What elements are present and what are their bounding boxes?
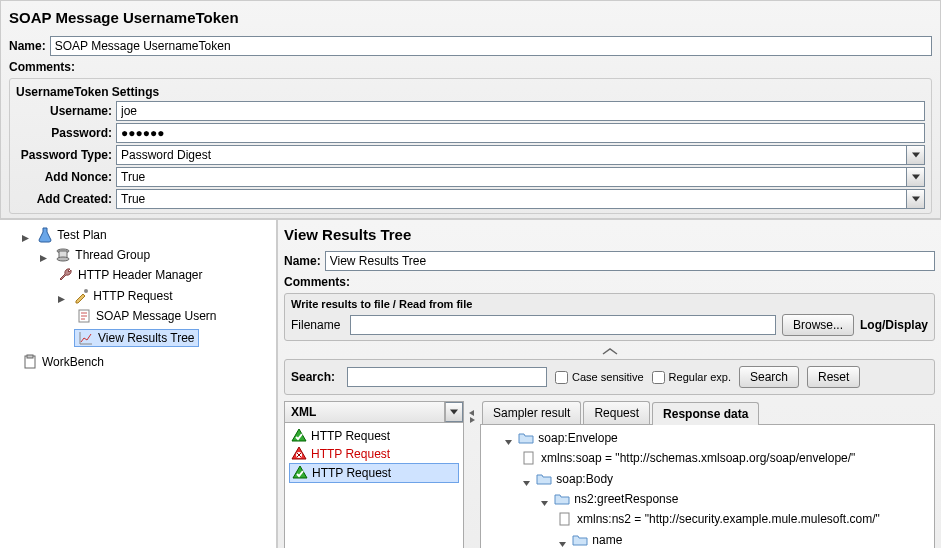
password-type-select[interactable]: Password Digest (116, 145, 907, 165)
filename-label: Filename (291, 318, 344, 332)
panel-title: SOAP Message UsernameToken (9, 5, 932, 34)
add-nonce-select[interactable]: True (116, 167, 907, 187)
regular-exp-checkbox[interactable]: Regular exp. (652, 371, 731, 384)
username-label: Username: (16, 104, 116, 118)
case-sensitive-checkbox[interactable]: Case sensitive (555, 371, 644, 384)
soap-config-panel: SOAP Message UsernameToken Name: Comment… (0, 0, 941, 219)
tree-test-plan[interactable]: Test Plan (35, 227, 108, 243)
results-name-label: Name: (284, 254, 325, 268)
xml-label: xmlns:soap = "http://schemas.xmlsoap.org… (541, 451, 855, 465)
logdisplay-label: Log/Display (860, 318, 928, 332)
username-input[interactable] (116, 101, 925, 121)
regular-exp-input[interactable] (652, 371, 665, 384)
pass-icon (292, 465, 308, 481)
xml-body[interactable]: soap:Body (536, 471, 613, 487)
tree-label: HTTP Header Manager (78, 268, 203, 282)
xml-label: xmlns:ns2 = "http://security.example.mul… (577, 512, 880, 526)
xml-label: ns2:greetResponse (574, 492, 678, 506)
add-created-dropdown-button[interactable] (907, 189, 925, 209)
password-label: Password: (16, 126, 116, 140)
view-format-select[interactable]: XML (285, 402, 445, 422)
svg-rect-8 (524, 452, 533, 464)
pipette-icon (73, 288, 89, 304)
results-name-input[interactable] (325, 251, 935, 271)
tree-http-request[interactable]: HTTP Request (71, 288, 174, 304)
xml-xmlns-soap[interactable]: xmlns:soap = "http://schemas.xmlsoap.org… (521, 450, 855, 466)
vertical-splitter[interactable] (468, 401, 476, 548)
tree-toggle[interactable] (539, 498, 549, 508)
search-label: Search: (291, 370, 339, 384)
tree-label: SOAP Message Usern (96, 309, 217, 323)
tree-http-header-manager[interactable]: HTTP Header Manager (56, 267, 205, 283)
result-item-label: HTTP Request (312, 466, 391, 480)
clipboard-icon (22, 354, 38, 370)
xml-label: soap:Envelope (538, 431, 617, 445)
name-input[interactable] (50, 36, 932, 56)
tab-response-data[interactable]: Response data (652, 402, 759, 425)
file-panel: Write results to file / Read from file F… (284, 293, 935, 341)
tree-label: Thread Group (75, 248, 150, 262)
test-plan-tree[interactable]: Test Plan Thread Group (0, 220, 276, 548)
tree-toggle[interactable] (557, 539, 567, 549)
chevron-down-icon (912, 174, 920, 180)
svg-rect-9 (560, 513, 569, 525)
add-nonce-dropdown-button[interactable] (907, 167, 925, 187)
response-xml-tree[interactable]: soap:Envelope xmlns:soap = "http://schem… (480, 425, 935, 548)
tree-toggle[interactable] (56, 295, 66, 305)
xml-label: name (592, 533, 622, 547)
page-icon (76, 308, 92, 324)
result-item[interactable]: HTTP Request (289, 463, 459, 483)
case-sensitive-input[interactable] (555, 371, 568, 384)
case-sensitive-label: Case sensitive (572, 371, 644, 383)
search-button[interactable]: Search (739, 366, 799, 388)
wrench-icon (58, 267, 74, 283)
password-type-label: Password Type: (16, 148, 116, 162)
tree-toggle[interactable] (20, 234, 30, 244)
xml-greet-response[interactable]: ns2:greetResponse (554, 491, 678, 507)
name-label: Name: (9, 39, 50, 53)
folder-icon (518, 430, 534, 446)
chevron-down-icon (912, 152, 920, 158)
chart-icon (78, 330, 94, 346)
browse-button[interactable]: Browse... (782, 314, 854, 336)
tab-request[interactable]: Request (583, 401, 650, 424)
file-panel-title: Write results to file / Read from file (291, 298, 928, 314)
tree-toggle[interactable] (521, 478, 531, 488)
expand-handle[interactable] (284, 347, 935, 357)
spool-icon (55, 247, 71, 263)
comments-label: Comments: (9, 60, 79, 74)
chevron-up-icon (601, 348, 619, 356)
fail-icon (291, 446, 307, 462)
reset-button[interactable]: Reset (807, 366, 860, 388)
settings-legend: UsernameToken Settings (16, 83, 925, 101)
view-results-panel: View Results Tree Name: Comments: Write … (276, 220, 941, 548)
add-created-label: Add Created: (16, 192, 116, 206)
svg-rect-6 (27, 355, 33, 358)
tree-workbench[interactable]: WorkBench (20, 354, 106, 370)
chevron-down-icon (450, 409, 458, 415)
search-input[interactable] (347, 367, 547, 387)
view-format-dropdown-button[interactable] (445, 402, 463, 422)
tree-view-results-tree[interactable]: View Results Tree (74, 329, 199, 347)
tree-toggle[interactable] (38, 254, 48, 264)
results-title: View Results Tree (284, 224, 935, 249)
password-type-dropdown-button[interactable] (907, 145, 925, 165)
filename-input[interactable] (350, 315, 776, 335)
result-item[interactable]: HTTP Request (289, 427, 459, 445)
result-item[interactable]: HTTP Request (289, 445, 459, 463)
xml-name-node[interactable]: name (572, 532, 622, 548)
tree-thread-group[interactable]: Thread Group (53, 247, 152, 263)
xml-envelope[interactable]: soap:Envelope (518, 430, 617, 446)
flask-icon (37, 227, 53, 243)
tree-toggle[interactable] (503, 437, 513, 447)
tab-sampler-result[interactable]: Sampler result (482, 401, 581, 424)
svg-point-2 (57, 257, 69, 261)
results-list-panel: XML HTTP RequestHTTP RequestHTTP Request (284, 401, 464, 548)
add-created-select[interactable]: True (116, 189, 907, 209)
folder-icon (536, 471, 552, 487)
tree-soap-message-user[interactable]: SOAP Message Usern (74, 308, 219, 324)
xml-label: soap:Body (556, 472, 613, 486)
chevron-down-icon (912, 196, 920, 202)
xml-xmlns-ns2[interactable]: xmlns:ns2 = "http://security.example.mul… (557, 511, 880, 527)
password-input[interactable] (116, 123, 925, 143)
